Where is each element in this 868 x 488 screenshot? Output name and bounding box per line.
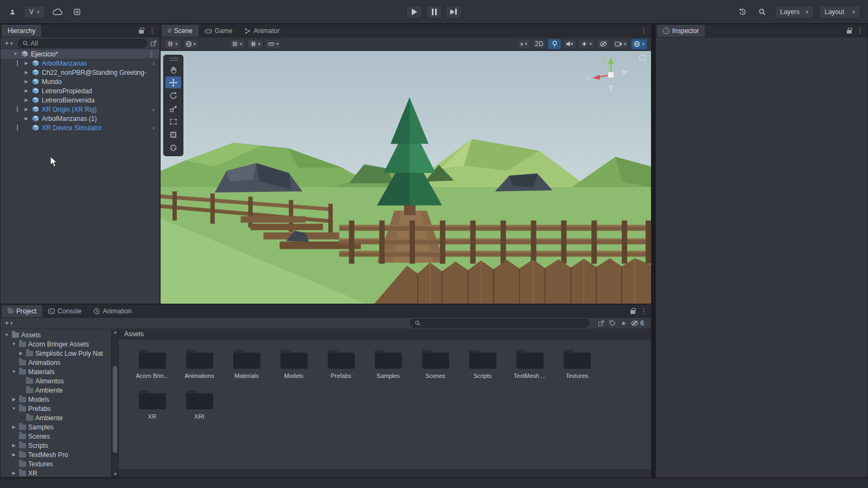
camera-settings-button[interactable]: ▾	[612, 39, 629, 49]
breadcrumb[interactable]: Assets	[119, 329, 651, 339]
prefab-open-chevron[interactable]: ›	[152, 106, 155, 113]
favorites-star-icon[interactable]: ★	[621, 320, 626, 327]
move-snap-button[interactable]: ▾	[229, 39, 245, 49]
tree-item[interactable]: ▶ TextMesh Pro	[1, 450, 118, 459]
tree-item[interactable]: ▼ Materials	[1, 367, 118, 376]
step-button[interactable]	[445, 5, 462, 18]
hierarchy-item[interactable]: ▶ Mundo	[1, 77, 159, 86]
move-tool-button[interactable]	[165, 76, 181, 88]
rect-tool-button[interactable]	[165, 115, 181, 127]
scene-root-row[interactable]: ▼ Ejercicio* ⋮	[1, 49, 159, 59]
asset-folder[interactable]: XR	[129, 388, 176, 420]
tree-item[interactable]: Textures	[1, 459, 118, 468]
create-object-button[interactable]: + ▾	[3, 40, 15, 47]
tree-item[interactable]: Scenes	[1, 432, 118, 441]
panel-menu-icon[interactable]: ⋮	[640, 307, 647, 314]
pan-tool-button[interactable]	[165, 63, 181, 75]
expander-icon[interactable]: ▶	[23, 70, 29, 75]
transform-tool-button[interactable]	[165, 129, 181, 140]
tab-project[interactable]: Project	[2, 305, 42, 317]
hierarchy-item[interactable]: ▶ ArbolManzanas ›	[1, 59, 159, 68]
project-search-input[interactable]	[410, 319, 589, 328]
lock-icon[interactable]	[847, 30, 852, 34]
window-picker-icon[interactable]	[150, 40, 157, 47]
tab-inspector[interactable]: i Inspector	[657, 25, 705, 37]
panel-menu-icon[interactable]: ⋮	[857, 27, 864, 34]
tab-animator[interactable]: Animator	[238, 25, 285, 37]
layout-dropdown[interactable]: Layout ▾	[819, 5, 860, 18]
expander-icon[interactable]: ▶	[11, 471, 17, 476]
expander-icon[interactable]: ▶	[23, 98, 29, 102]
expander-icon[interactable]: ▼	[12, 52, 18, 56]
hierarchy-item[interactable]: ▶ XR Origin (XR Rig) ›	[1, 105, 159, 114]
tree-item[interactable]: Alimentos	[1, 376, 118, 386]
scroll-down-icon[interactable]: ▼	[112, 472, 119, 477]
rotate-snap-button[interactable]: ▾	[247, 39, 264, 49]
hierarchy-item[interactable]: ▶ Ch22_nonPBR@Standing Greeting-	[1, 68, 159, 77]
scene-menu-icon[interactable]: ⋮	[148, 50, 155, 57]
play-button[interactable]	[406, 5, 423, 18]
asset-folder[interactable]: Prefabs	[317, 347, 365, 379]
scale-snap-button[interactable]: ▾	[265, 39, 282, 49]
asset-folder[interactable]: XRI	[176, 388, 223, 420]
lock-icon[interactable]	[630, 310, 635, 314]
expander-icon[interactable]: ▼	[11, 406, 17, 411]
audio-toggle-button[interactable]	[563, 39, 576, 49]
expander-icon[interactable]: ▼	[4, 332, 10, 337]
tree-item[interactable]: ▼ Assets	[1, 330, 118, 339]
expander-icon[interactable]: ▼	[11, 342, 17, 346]
hierarchy-search-input[interactable]: All	[18, 39, 147, 48]
tree-item[interactable]: ▶ Simplistic Low Poly Nat	[1, 349, 118, 358]
gizmos-toggle-button[interactable]: ▾	[183, 39, 199, 49]
panel-menu-icon[interactable]: ⋮	[640, 27, 647, 34]
scene-viewport[interactable]: Y X ‹ Front	[161, 51, 651, 304]
tree-scrollbar[interactable]: ▲ ▼	[111, 329, 118, 477]
tree-item[interactable]: Ambiente	[1, 386, 118, 395]
lock-icon[interactable]	[139, 30, 144, 34]
asset-folder[interactable]: Models	[270, 347, 317, 379]
prefab-open-chevron[interactable]: ›	[152, 124, 155, 132]
hub-button[interactable]	[70, 5, 84, 18]
hierarchy-item[interactable]: ▶ LetreroPropiedad	[1, 86, 159, 95]
cloud-services-button[interactable]	[49, 5, 66, 18]
tab-hierarchy[interactable]: Hierarchy	[2, 25, 41, 37]
tool-settings-button[interactable]: ▾	[164, 39, 181, 49]
tree-item[interactable]: ▶ Models	[1, 395, 118, 404]
expander-icon[interactable]: ▶	[18, 351, 24, 356]
panel-menu-icon[interactable]: ⋮	[149, 27, 156, 34]
tree-item[interactable]: ▶ Samples	[1, 422, 118, 432]
custom-tool-button[interactable]	[165, 142, 181, 153]
shading-mode-button[interactable]: ◑ ▾	[516, 39, 530, 49]
tree-item[interactable]: ▼ Prefabs	[1, 404, 118, 413]
expander-icon[interactable]: ▶	[11, 425, 17, 429]
asset-folder[interactable]: Materials	[223, 347, 270, 379]
pause-button[interactable]	[426, 5, 442, 18]
global-search-button[interactable]	[755, 5, 769, 18]
hierarchy-item[interactable]: XR Device Simulator ›	[1, 123, 159, 132]
asset-folder[interactable]: Acorn Brin...	[129, 347, 176, 379]
asset-folder[interactable]: Animations	[176, 347, 223, 379]
hidden-packages-toggle[interactable]: 6	[631, 319, 644, 327]
tab-animation[interactable]: Animation	[87, 305, 137, 317]
create-asset-button[interactable]: + ▾	[3, 319, 15, 327]
account-button[interactable]	[5, 5, 20, 18]
tab-game[interactable]: Game	[199, 25, 239, 37]
tree-item[interactable]: Ambiente	[1, 413, 118, 422]
orientation-gizmo[interactable]: Y X ‹ Front	[577, 55, 642, 108]
expander-icon[interactable]: ▶	[11, 443, 17, 448]
tree-item[interactable]: ▼ Acorn Bringer Assets	[1, 339, 118, 349]
search-by-label-icon[interactable]	[609, 320, 616, 326]
asset-folder[interactable]: Samples	[365, 347, 412, 379]
rotate-tool-button[interactable]	[165, 89, 181, 101]
tree-item[interactable]: ▶ Scripts	[1, 441, 118, 450]
tab-scene[interactable]: # Scene	[162, 25, 199, 37]
layers-dropdown[interactable]: Layers ▾	[775, 5, 814, 18]
expander-icon[interactable]: ▶	[23, 88, 29, 93]
tree-item[interactable]: Animations	[1, 358, 118, 367]
scene-visibility-button[interactable]	[597, 39, 610, 49]
version-control-dropdown[interactable]: V ▾	[24, 5, 45, 18]
expander-icon[interactable]: ▶	[11, 452, 17, 457]
lighting-toggle-button[interactable]	[548, 39, 561, 49]
hierarchy-item[interactable]: ▶ ArbolManzanas (1)	[1, 114, 159, 123]
tab-console[interactable]: Console	[42, 305, 87, 317]
